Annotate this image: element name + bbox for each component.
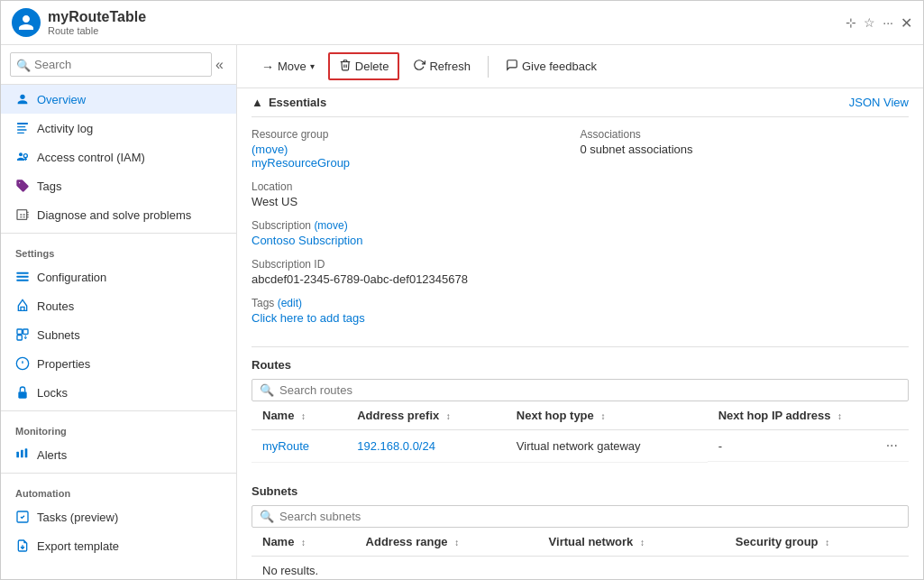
routes-sort-name-icon[interactable]: ↕: [301, 411, 306, 421]
json-view-link[interactable]: JSON View: [849, 96, 909, 109]
subscription-move-link[interactable]: (move): [314, 219, 347, 232]
svg-rect-7: [16, 272, 28, 274]
subscription-id-label: Subscription ID: [252, 258, 581, 271]
toolbar-separator: [488, 56, 489, 78]
routes-icon: [15, 299, 30, 313]
subnets-sort-name-icon[interactable]: ↕: [301, 538, 306, 548]
routes-section-title: Routes: [252, 358, 909, 372]
sidebar-item-overview[interactable]: Overview: [1, 85, 236, 114]
svg-rect-15: [16, 452, 19, 458]
sidebar-item-alerts[interactable]: Alerts: [1, 440, 236, 469]
sidebar-item-access-control[interactable]: Access control (IAM): [1, 143, 236, 171]
essentials-toggle[interactable]: ▲ Essentials: [252, 96, 326, 109]
sidebar-item-locks-label: Locks: [37, 386, 68, 400]
associations-value: 0 subnet associations: [581, 143, 910, 156]
move-icon: →: [261, 60, 274, 74]
subscription-id-value: abcdef01-2345-6789-0abc-def012345678: [252, 272, 581, 286]
route-next-hop-ip-value: -: [718, 439, 722, 453]
feedback-button[interactable]: Give feedback: [496, 53, 607, 79]
sidebar-item-tasks-label: Tasks (preview): [37, 511, 118, 524]
resource-group-link[interactable]: myResourceGroup: [252, 156, 350, 170]
subnets-sort-vnet-icon[interactable]: ↕: [640, 538, 645, 548]
search-icon: 🔍: [16, 58, 31, 71]
sidebar-item-subnets[interactable]: Subnets: [1, 320, 236, 349]
svg-rect-11: [23, 329, 28, 334]
sidebar-item-configuration[interactable]: Configuration: [1, 262, 236, 291]
add-tags-link[interactable]: Click here to add tags: [252, 311, 365, 325]
move-chevron-icon: ▾: [310, 61, 315, 71]
configuration-icon: [15, 270, 30, 284]
sidebar-item-activity-log-label: Activity log: [37, 122, 93, 135]
svg-rect-9: [16, 280, 28, 281]
subnets-col-security-group: Security group ↕: [725, 528, 909, 557]
more-icon[interactable]: ···: [883, 15, 893, 30]
sidebar-item-export[interactable]: Export template: [1, 531, 236, 560]
subnets-icon: [15, 327, 30, 342]
sidebar-item-locks[interactable]: Locks: [1, 378, 236, 407]
routes-search-box: 🔍: [252, 379, 909, 401]
content-body: ▲ Essentials JSON View Resource group (m…: [237, 88, 923, 579]
app-subtitle: Route table: [48, 25, 838, 36]
subnets-sort-sg-icon[interactable]: ↕: [825, 538, 829, 548]
svg-rect-12: [17, 336, 22, 340]
sidebar-item-alerts-label: Alerts: [37, 448, 67, 462]
subnets-col-name: Name ↕: [252, 528, 355, 557]
export-icon: [15, 539, 30, 553]
sidebar-item-tags-label: Tags: [37, 180, 61, 193]
pin-icon[interactable]: ⊹: [846, 15, 856, 30]
essentials-subscription: Subscription (move) Contoso Subscription: [252, 219, 581, 247]
subnets-search-input[interactable]: [279, 510, 901, 523]
sidebar-item-tasks[interactable]: Tasks (preview): [1, 502, 236, 531]
feedback-label: Give feedback: [522, 60, 597, 73]
route-address-prefix-link[interactable]: 192.168.0.0/24: [357, 439, 435, 453]
table-row: myRoute 192.168.0.0/24 Virtual network g…: [252, 430, 909, 463]
close-button[interactable]: ✕: [901, 14, 912, 32]
sidebar-item-diagnose[interactable]: Diagnose and solve problems: [1, 200, 236, 229]
sidebar-item-routes-label: Routes: [37, 299, 74, 313]
svg-rect-1: [17, 123, 28, 124]
route-more-button[interactable]: ···: [886, 437, 898, 454]
refresh-button[interactable]: Refresh: [403, 53, 480, 79]
subnets-search-box: 🔍: [252, 505, 909, 528]
activity-log-icon: [15, 121, 30, 135]
delete-icon: [339, 59, 352, 74]
subnets-no-results: No results.: [252, 556, 909, 579]
sidebar-item-activity-log[interactable]: Activity log: [1, 114, 236, 143]
svg-point-5: [19, 152, 23, 156]
tags-edit-link[interactable]: (edit): [278, 297, 302, 309]
sidebar-item-properties-label: Properties: [37, 357, 90, 371]
collapse-sidebar-button[interactable]: «: [212, 57, 227, 73]
route-name-link[interactable]: myRoute: [262, 439, 309, 453]
routes-sort-hop-ip-icon[interactable]: ↕: [837, 411, 842, 421]
delete-button[interactable]: Delete: [328, 52, 400, 80]
star-icon[interactable]: ☆: [864, 15, 875, 30]
svg-point-6: [23, 154, 27, 158]
subnets-table-section: Subnets 🔍 Name ↕: [237, 474, 923, 580]
routes-col-next-hop-ip: Next hop IP address ↕: [708, 401, 909, 430]
route-next-hop-type-cell: Virtual network gateway: [506, 430, 708, 463]
sidebar-item-subnets-label: Subnets: [37, 328, 80, 342]
subscription-label: Subscription (move): [252, 219, 581, 232]
sidebar-item-routes[interactable]: Routes: [1, 291, 236, 320]
subnets-sort-address-icon[interactable]: ↕: [454, 538, 459, 548]
sidebar-item-diagnose-label: Diagnose and solve problems: [37, 208, 191, 222]
search-input[interactable]: [10, 52, 212, 77]
title-actions: ⊹ ☆ ···: [846, 15, 893, 30]
sidebar-item-properties[interactable]: Properties: [1, 349, 236, 378]
resource-group-move-link[interactable]: (move): [252, 143, 288, 156]
subscription-link[interactable]: Contoso Subscription: [252, 234, 363, 247]
routes-search-input[interactable]: [279, 383, 901, 397]
routes-sort-hop-type-icon[interactable]: ↕: [600, 411, 605, 421]
move-button[interactable]: → Move ▾: [252, 54, 325, 79]
routes-sort-address-icon[interactable]: ↕: [446, 411, 451, 421]
automation-section-title: Automation: [1, 477, 236, 502]
svg-point-0: [20, 95, 24, 99]
subnets-table: Name ↕ Address range ↕ Virtual network ↕: [252, 528, 909, 580]
subnets-col-address-range: Address range ↕: [355, 528, 538, 557]
sidebar-item-tags[interactable]: Tags: [1, 171, 236, 200]
tags-value: Click here to add tags: [252, 311, 581, 325]
sidebar-item-overview-label: Overview: [37, 93, 86, 106]
associations-label: Associations: [581, 128, 910, 141]
essentials-grid: Resource group (move) myResourceGroup Lo…: [252, 117, 909, 347]
diagnose-icon: [15, 207, 30, 222]
